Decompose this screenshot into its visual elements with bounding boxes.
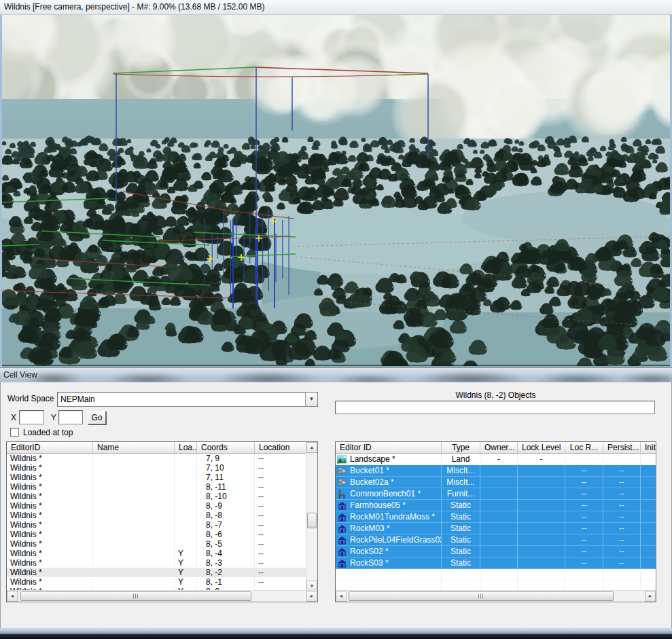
cell-row[interactable]: Wildnis *8, -6-- bbox=[7, 530, 307, 539]
hscroll-thumb[interactable] bbox=[349, 591, 614, 601]
cell-value: -- bbox=[603, 488, 641, 500]
cell-value: Static bbox=[442, 546, 480, 558]
column-header[interactable]: Persist... bbox=[603, 442, 641, 454]
cell-row[interactable]: Wildnis *Y8, -4-- bbox=[7, 549, 307, 558]
cell-value: 8, -8 bbox=[197, 511, 255, 520]
objects-filter-input[interactable] bbox=[335, 401, 655, 414]
cell-value: 8, -9 bbox=[197, 501, 255, 511]
object-list-hscrollbar[interactable]: ◄ ► bbox=[336, 590, 656, 602]
cell-value bbox=[175, 463, 197, 473]
cell-row[interactable]: Wildnis *Y8, -3-- bbox=[7, 558, 307, 568]
column-header[interactable]: Owner... bbox=[480, 442, 518, 454]
column-header[interactable]: Loc R... bbox=[565, 442, 603, 454]
scroll-right-icon[interactable]: ► bbox=[645, 591, 656, 602]
screenshot-root: Wildnis [Free camera, perspective] - M#:… bbox=[0, 0, 672, 639]
y-label: Y bbox=[51, 413, 56, 422]
cell-value: Static bbox=[442, 500, 480, 511]
cell-value bbox=[518, 511, 565, 523]
hscroll-thumb[interactable] bbox=[20, 591, 251, 601]
loaded-at-top-label: Loaded at top bbox=[23, 428, 73, 437]
cell-value bbox=[175, 530, 197, 539]
scroll-grip bbox=[133, 594, 139, 599]
scroll-right-icon[interactable]: ► bbox=[306, 591, 317, 602]
object-row[interactable]: RockM03 *Static---- bbox=[336, 523, 656, 534]
column-header[interactable]: Lock Level bbox=[518, 442, 565, 454]
cell-row[interactable]: Wildnis *8, -10-- bbox=[7, 492, 307, 501]
objects-label: Wildnis (8, -2) Objects bbox=[335, 390, 656, 400]
object-row[interactable]: Landscape *Land-- bbox=[336, 454, 656, 465]
cell-list-vscrollbar[interactable]: ▲ ▼ bbox=[306, 442, 317, 591]
object-row[interactable]: RockS03 *Static---- bbox=[336, 558, 656, 569]
cell-row[interactable]: Wildnis *8, -8-- bbox=[7, 511, 307, 520]
loaded-at-top-checkbox[interactable] bbox=[10, 428, 19, 437]
cell-view-titlebar[interactable]: Cell View bbox=[0, 367, 672, 382]
render-viewport[interactable] bbox=[2, 15, 670, 366]
column-header[interactable]: Type bbox=[442, 442, 480, 454]
column-header[interactable]: EditorID bbox=[7, 442, 93, 454]
render-window-titlebar[interactable]: Wildnis [Free camera, perspective] - M#:… bbox=[0, 0, 672, 15]
column-header[interactable]: Location bbox=[255, 442, 307, 454]
cell-row[interactable]: Wildnis *8, -7-- bbox=[7, 520, 307, 530]
cell-row[interactable]: Wildnis *7, 11-- bbox=[7, 473, 307, 482]
cell-value: -- bbox=[565, 558, 603, 569]
cell-value: Y bbox=[175, 568, 197, 577]
cell-value: Wildnis * bbox=[7, 463, 93, 473]
cell-list-hscrollbar[interactable]: ◄ ► bbox=[7, 590, 317, 602]
desktop-strip bbox=[0, 634, 672, 639]
cell-value bbox=[175, 501, 197, 511]
cell-value: 8, -6 bbox=[197, 530, 255, 539]
cell-value: MiscIt... bbox=[442, 477, 480, 488]
glass-reflection bbox=[0, 368, 672, 382]
cell-value bbox=[93, 463, 175, 473]
column-header[interactable]: Loa... bbox=[175, 442, 197, 454]
cell-row[interactable]: Wildnis *8, -5-- bbox=[7, 539, 307, 549]
column-header[interactable]: Initia... bbox=[641, 442, 656, 454]
object-editor-id: Bucket02a * bbox=[336, 477, 442, 488]
cell-value: -- bbox=[255, 501, 307, 511]
object-row[interactable]: Farmhouse05 *Static---- bbox=[336, 500, 656, 511]
cell-row[interactable]: Wildnis *Y8, -2-- bbox=[7, 568, 307, 577]
object-row[interactable]: RockPileL04FieldGrass02 *Static---- bbox=[336, 534, 656, 546]
cell-view-client: World Space NEPMain ▼ X Y Go Loaded at t… bbox=[0, 382, 672, 628]
chevron-down-icon[interactable]: ▼ bbox=[305, 392, 317, 406]
world-space-combobox[interactable]: NEPMain ▼ bbox=[57, 392, 318, 407]
cell-value bbox=[93, 539, 175, 549]
cell-value: -- bbox=[255, 558, 307, 568]
go-button[interactable]: Go bbox=[88, 411, 106, 424]
cell-value bbox=[641, 488, 656, 500]
column-header[interactable]: Name bbox=[93, 442, 175, 454]
cell-value: -- bbox=[255, 520, 307, 530]
cell-value bbox=[603, 454, 641, 465]
cell-row[interactable]: Wildnis *Y8, -1-- bbox=[7, 577, 307, 587]
cell-value bbox=[480, 534, 518, 546]
cell-value: -- bbox=[603, 465, 641, 477]
cell-value: -- bbox=[603, 511, 641, 523]
cell-value: -- bbox=[603, 477, 641, 488]
cell-row[interactable]: Wildnis *8, -9-- bbox=[7, 501, 307, 511]
cell-row[interactable]: Wildnis *7, 9-- bbox=[7, 454, 307, 463]
cell-value bbox=[480, 511, 518, 523]
misc-item-icon bbox=[337, 477, 347, 488]
column-header[interactable]: Editor ID bbox=[336, 442, 442, 454]
y-input[interactable] bbox=[58, 410, 83, 424]
vscroll-thumb[interactable] bbox=[307, 513, 317, 528]
column-header[interactable]: Coords bbox=[197, 442, 255, 454]
cell-value bbox=[641, 511, 656, 523]
cell-value: -- bbox=[255, 473, 307, 482]
object-row[interactable]: RockS02 *Static---- bbox=[336, 546, 656, 558]
scroll-up-icon[interactable]: ▲ bbox=[306, 442, 317, 453]
object-row[interactable]: RockM01TundraMoss *Static---- bbox=[336, 511, 656, 523]
cell-value: -- bbox=[255, 482, 307, 492]
static-icon bbox=[337, 535, 347, 545]
cell-row[interactable]: Wildnis *8, -11-- bbox=[7, 482, 307, 492]
scroll-left-icon[interactable]: ◄ bbox=[7, 591, 18, 602]
cell-row[interactable]: Wildnis *7, 10-- bbox=[7, 463, 307, 473]
cell-value bbox=[480, 488, 518, 500]
cell-value: -- bbox=[255, 454, 307, 463]
x-input[interactable] bbox=[19, 410, 44, 424]
object-row[interactable]: CommonBench01 *Furnit...---- bbox=[336, 488, 656, 500]
object-row[interactable]: Bucket01 *MiscIt...---- bbox=[336, 465, 656, 477]
cell-value: - bbox=[518, 454, 565, 465]
scroll-left-icon[interactable]: ◄ bbox=[336, 591, 347, 602]
object-row[interactable]: Bucket02a *MiscIt...---- bbox=[336, 477, 656, 488]
